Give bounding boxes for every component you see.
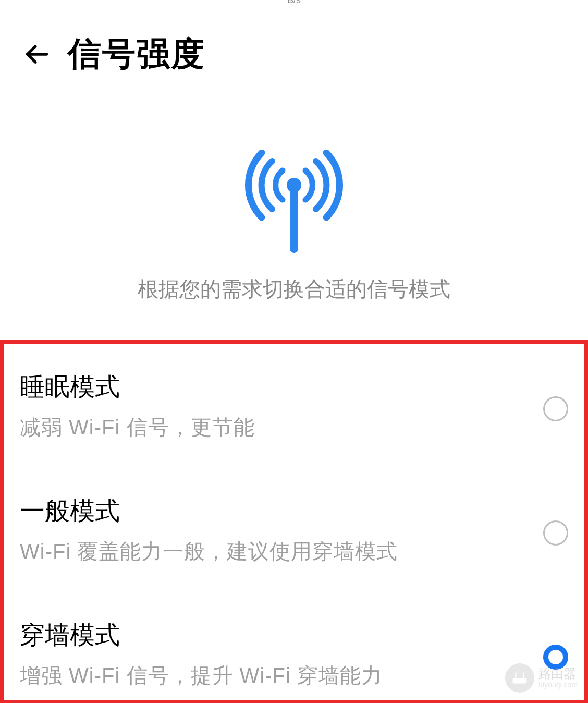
radio-sleep-mode[interactable] <box>543 396 568 421</box>
option-text: 穿墙模式 增强 Wi-Fi 信号，提升 Wi-Fi 穿墙能力 <box>20 619 533 690</box>
signal-strength-icon <box>239 150 349 254</box>
option-text: 一般模式 Wi-Fi 覆盖能力一般，建议使用穿墙模式 <box>20 494 533 566</box>
watermark: 路由器 luyouqi.com <box>505 663 578 693</box>
status-bar-cropped: B/s <box>0 0 588 5</box>
option-wall-mode[interactable]: 穿墙模式 增强 Wi-Fi 信号，提升 Wi-Fi 穿墙能力 <box>20 592 568 700</box>
option-desc: 减弱 Wi-Fi 信号，更节能 <box>20 413 533 442</box>
radio-normal-mode[interactable] <box>543 520 568 546</box>
option-title: 穿墙模式 <box>20 619 533 652</box>
page-title: 信号强度 <box>68 31 205 77</box>
option-desc: 增强 Wi-Fi 信号，提升 Wi-Fi 穿墙能力 <box>20 661 533 690</box>
option-text: 睡眠模式 减弱 Wi-Fi 信号，更节能 <box>20 370 533 442</box>
watermark-subtext: luyouqi.com <box>538 681 578 689</box>
svg-rect-3 <box>513 678 527 684</box>
watermark-router-icon <box>505 663 534 693</box>
option-desc: Wi-Fi 覆盖能力一般，建议使用穿墙模式 <box>20 537 533 566</box>
options-highlighted-box: 睡眠模式 减弱 Wi-Fi 信号，更节能 一般模式 Wi-Fi 覆盖能力一般，建… <box>0 340 588 703</box>
back-button[interactable] <box>21 39 52 70</box>
header: 信号强度 <box>0 5 588 92</box>
option-title: 一般模式 <box>20 494 533 528</box>
svg-point-2 <box>287 178 301 192</box>
watermark-text: 路由器 <box>538 667 578 681</box>
option-sleep-mode[interactable]: 睡眠模式 减弱 Wi-Fi 信号，更节能 <box>20 344 568 468</box>
option-normal-mode[interactable]: 一般模式 Wi-Fi 覆盖能力一般，建议使用穿墙模式 <box>20 468 568 592</box>
back-arrow-icon <box>23 41 50 68</box>
hero-section: 根据您的需求切换合适的信号模式 <box>0 92 588 330</box>
hero-subtitle: 根据您的需求切换合适的信号模式 <box>138 275 450 304</box>
option-title: 睡眠模式 <box>20 370 533 404</box>
